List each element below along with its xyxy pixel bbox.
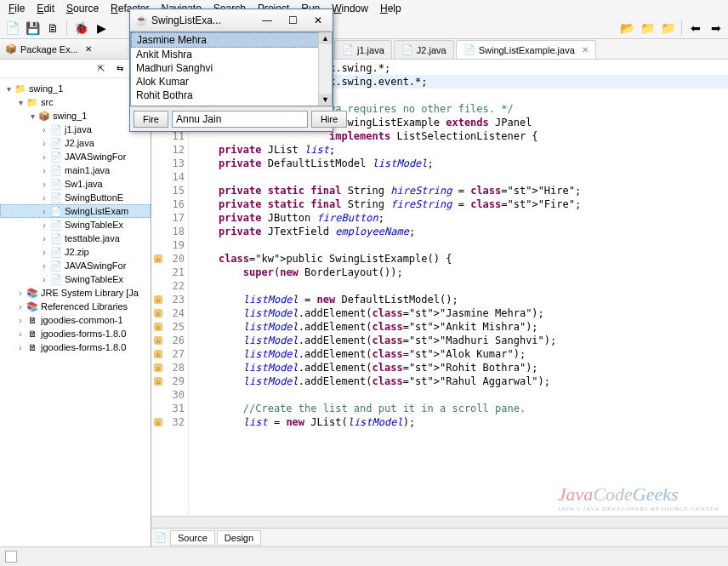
forward-icon[interactable]: ➡	[708, 20, 725, 37]
back-icon[interactable]: ⬅	[687, 20, 704, 37]
save-icon[interactable]: 💾	[24, 20, 41, 37]
list-item[interactable]: Alok Kumar	[131, 75, 332, 89]
tree-package[interactable]: ▾📦swing_1	[0, 109, 151, 123]
tree-file[interactable]: ›📄J2.java	[0, 136, 151, 150]
run-icon[interactable]: ▶	[93, 20, 110, 37]
java-file-icon: 📄	[342, 44, 354, 55]
menu-edit[interactable]: Edit	[31, 1, 60, 16]
new-icon[interactable]: 📄	[3, 20, 20, 37]
folder-open-icon[interactable]: 📂	[618, 20, 635, 37]
tree-lib[interactable]: ›📚JRE System Library [Ja	[0, 286, 151, 300]
tree-lib[interactable]: ›📚Referenced Libraries	[0, 300, 151, 313]
tree-file[interactable]: ›📄SwingTableEx	[0, 218, 151, 232]
swing-app-window[interactable]: ☕ SwingListExa... — ☐ ✕ Jasmine MehraAnk…	[129, 9, 333, 132]
debug-icon[interactable]: 🐞	[72, 20, 89, 37]
menu-file[interactable]: File	[3, 1, 30, 16]
folder-go-icon[interactable]: 📁	[659, 20, 676, 37]
save-all-icon[interactable]: 🗎	[44, 20, 61, 37]
employee-name-input[interactable]	[172, 111, 308, 128]
status-icon	[5, 551, 17, 563]
folder-icon[interactable]: 📁	[639, 20, 656, 37]
tree-file[interactable]: ›📄Sw1.java	[0, 177, 151, 191]
scroll-up-icon[interactable]: ▲	[319, 32, 332, 44]
java-file-icon: 📄	[401, 44, 413, 55]
swing-list-scrollbar[interactable]: ▲ ▼	[318, 32, 332, 106]
package-tree[interactable]: ▾📁swing_1▾📁src▾📦swing_1›📄j1.java›📄J2.jav…	[0, 78, 151, 546]
close-icon[interactable]: ✕	[85, 44, 92, 54]
scroll-down-icon[interactable]: ▼	[319, 94, 332, 106]
tree-file[interactable]: ›📄JAVASwingFor	[0, 150, 151, 163]
tree-file[interactable]: ›📄main1.java	[0, 163, 151, 177]
maximize-button[interactable]: ☐	[283, 13, 302, 28]
tree-file[interactable]: ›📄SwingTableEx	[0, 272, 151, 286]
editor-tab[interactable]: 📄SwingListExample.java✕	[456, 40, 596, 59]
package-explorer-tab[interactable]: 📦 Package Ex... ✕	[5, 43, 92, 54]
swing-window-title: SwingListExa...	[151, 14, 221, 26]
list-item[interactable]: Jasmine Mehra	[131, 32, 332, 48]
bottom-tab-source[interactable]: Source	[170, 530, 215, 546]
java-cup-icon: ☕	[135, 14, 148, 26]
editor-tab[interactable]: 📄j1.java	[334, 40, 392, 59]
editor-bottom-tabs: 📄 SourceDesign	[151, 528, 728, 546]
horizontal-scrollbar[interactable]	[151, 516, 728, 528]
list-item[interactable]: Rohit Bothra	[131, 89, 332, 102]
bottom-tab-design[interactable]: Design	[217, 530, 261, 546]
package-explorer-header: 📦 Package Ex... ✕	[0, 39, 151, 60]
status-bar	[0, 546, 728, 565]
tree-project[interactable]: ▾📁swing_1	[0, 82, 151, 95]
package-icon: 📦	[5, 43, 17, 54]
tree-lib[interactable]: ›🗎jgoodies-forms-1.8.0	[0, 327, 151, 340]
menu-bar: FileEditSourceRefactorNavigateSearchProj…	[0, 0, 728, 17]
tree-file[interactable]: ›📄SwingButtonE	[0, 191, 151, 204]
watermark-logo: JavaCodeGeeks JAVA 2 JAVA DEVELOPERS RES…	[558, 483, 719, 512]
tree-file[interactable]: ›📄JAVASwingFor	[0, 259, 151, 272]
tree-lib[interactable]: ›🗎jgoodies-common-1	[0, 313, 151, 327]
source-design-icon: 📄	[155, 532, 167, 543]
menu-window[interactable]: Window	[327, 1, 373, 16]
list-item[interactable]: Madhuri Sanghvi	[131, 61, 332, 75]
tree-file[interactable]: ›📄J2.zip	[0, 245, 151, 259]
package-explorer-title: Package Ex...	[20, 44, 78, 54]
main-toolbar: 📄 💾 🗎 🐞 ▶ 📂 📁 📁 ⬅ ➡	[0, 17, 728, 39]
java-file-icon: 📄	[464, 44, 475, 55]
menu-help[interactable]: Help	[375, 1, 407, 16]
tree-src[interactable]: ▾📁src	[0, 95, 151, 109]
link-editor-icon[interactable]: ⇆	[111, 60, 128, 77]
swing-title-bar[interactable]: ☕ SwingListExa... — ☐ ✕	[130, 9, 333, 31]
swing-list[interactable]: Jasmine MehraAnkit MishraMadhuri Sanghvi…	[130, 31, 333, 106]
hire-button[interactable]: Hire	[311, 111, 347, 128]
editor-tab[interactable]: 📄J2.java	[394, 40, 454, 59]
tree-file[interactable]: ›📄j1.java	[0, 123, 151, 136]
tree-file[interactable]: ›📄SwingListExam	[0, 204, 151, 218]
swing-button-panel: Fire Hire	[130, 106, 333, 131]
close-tab-icon[interactable]: ✕	[582, 45, 589, 54]
list-item[interactable]: Ankit Mishra	[131, 48, 332, 61]
minimize-button[interactable]: —	[258, 13, 276, 28]
tree-file[interactable]: ›📄testtable.java	[0, 232, 151, 245]
collapse-all-icon[interactable]: ⇱	[93, 60, 110, 77]
fire-button[interactable]: Fire	[134, 111, 168, 128]
menu-source[interactable]: Source	[61, 1, 104, 16]
tree-lib[interactable]: ›🗎jgoodies-forms-1.8.0	[0, 340, 151, 354]
close-button[interactable]: ✕	[309, 13, 327, 28]
